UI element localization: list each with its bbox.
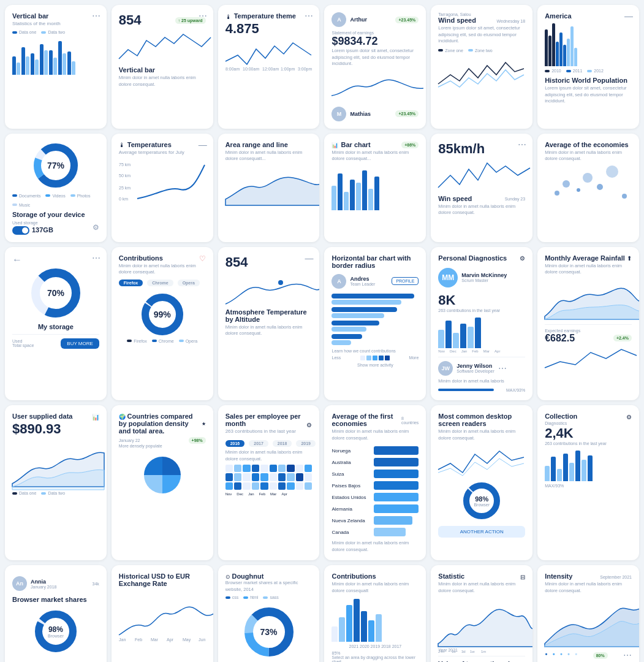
back-arrow[interactable]: ← (12, 254, 22, 265)
title-temperatures: Temperatures (127, 141, 172, 148)
title-sales: Sales per employee per month (225, 413, 307, 427)
title-area-range: Area range and line (225, 141, 313, 148)
buy-more-btn[interactable]: BUY MORE (61, 338, 99, 349)
sub-collection: 263 contributions in the last year (545, 441, 632, 446)
browser-tabs: Firefox Chrome Opera (119, 280, 206, 286)
menu-dots-stor2[interactable]: ⋯ (92, 253, 100, 263)
another-action-btn[interactable]: ANOTHER ACTION (438, 526, 525, 538)
legend-1: Data one Data two (12, 30, 99, 34)
chart-icon: 📊 (92, 414, 99, 420)
date-wind: Wednesday 18 (497, 19, 526, 23)
subtitle-temp: Average temperatures for July (119, 150, 206, 155)
year-2018[interactable]: 2018 (273, 440, 292, 447)
country-bars: Noruega Australia Suiza Países Bajos Est… (331, 446, 419, 536)
profile-btn-andres[interactable]: PROFILE (392, 277, 419, 285)
bar-chart-1 (12, 38, 99, 75)
dense-label: More densely populate (119, 444, 206, 448)
svg-point-12 (555, 191, 559, 196)
svg-point-17 (606, 166, 618, 178)
donut-pct-main: 73% (260, 627, 278, 637)
settings-icon-sales[interactable]: ⚙ (306, 422, 312, 428)
desc-intensity: Minim dolor in amet nulla laboris enim d… (545, 581, 632, 594)
card-collection: Collection ⚙ Diagnostics 2,4K 263 contri… (537, 405, 639, 560)
desc-statistic: Minim dolor in amet nulla laboris enim d… (438, 581, 525, 594)
menu-jenny[interactable]: ⋯ (498, 363, 507, 373)
share-icon[interactable]: ⬆ (627, 255, 632, 262)
sub-diag: 263 contributions in the last year (438, 308, 525, 313)
tab-chrome[interactable]: Chrome (147, 280, 173, 286)
desc-avg-first-2: Minim dolor in amet nulla laboris enim d… (331, 540, 419, 553)
used-label: Used storage (12, 221, 53, 225)
desc-wind: Lorem ipsum dolor sit amet, consectetur … (438, 25, 525, 45)
card-user-data: User supplied data 📊 $890.93 Data one Da… (5, 405, 107, 560)
card-sales: Sales per employee per month 263 contrib… (218, 405, 320, 560)
scatter-chart (545, 162, 632, 205)
avatar-arthur: A (331, 12, 346, 27)
desc-avg-econ: Minim dolor in amet nulla laboris enim d… (545, 150, 632, 162)
card-win-speed: 85km/h ⋯ Win speed Sunday 23 Minim dolor… (431, 134, 532, 242)
donut-pct: 77% (47, 161, 64, 170)
settings-icon-col[interactable]: ⚙ (626, 414, 632, 420)
title-browser-shares: Browser market shares (12, 596, 99, 603)
title-historic: Historic World Population (545, 77, 632, 84)
number-atmosphere: 854 (225, 254, 248, 270)
menu-intensity[interactable]: ⋯ (623, 650, 632, 660)
value-earnings: $9834.72 (331, 35, 419, 48)
menu-dots-1[interactable]: ⋯ (92, 11, 100, 21)
storage-toggle[interactable] (12, 226, 29, 235)
total-label: Total space (12, 343, 34, 348)
name-jenny: Jenny Wilson (456, 363, 494, 369)
menu-dots-win[interactable]: ⋯ (518, 140, 526, 150)
storage-value: 137GB (32, 226, 53, 234)
filter-icon[interactable]: ⊟ (520, 574, 525, 580)
badge-bar: +86% (401, 142, 419, 148)
menu-dots-3[interactable]: ⋯ (305, 11, 313, 21)
menu-dots-america[interactable]: — (624, 11, 633, 21)
settings-icon-diag[interactable]: ⚙ (520, 255, 525, 262)
desc-bar: Minim dolor in amet nulla laboris enim d… (331, 150, 419, 162)
svg-text:1m: 1m (481, 650, 486, 653)
menu-dots-temp2[interactable]: — (199, 140, 207, 150)
tab-firefox[interactable]: Firefox (119, 280, 143, 286)
percent-label: 85% (331, 651, 419, 655)
storage-legend: Documents Videos Photos Music (12, 194, 99, 207)
name-marvin: Marvin McKinney (461, 272, 507, 278)
settings-icon[interactable]: ⚙ (93, 223, 99, 232)
sparkline-2 (119, 28, 206, 65)
desc-historic: Lorem ipsum dolor sit amet, consectetur … (545, 85, 632, 105)
svg-point-14 (577, 188, 580, 192)
menu-dots-atm[interactable]: — (305, 253, 313, 263)
menu-dots-2[interactable]: ⋯ (199, 11, 207, 21)
year-2016[interactable]: 2016 (225, 440, 245, 447)
heart-icon[interactable]: ♡ (199, 254, 206, 263)
title-storage: Storage of your device (12, 211, 99, 218)
title-historical: Historical USD to EUR Exchange Rate (119, 573, 206, 587)
card-countries-compared: 🌍 Countries compared by population densi… (112, 405, 213, 560)
area-intensity (545, 598, 632, 647)
show-more[interactable]: Show more activity (331, 363, 419, 367)
card-vertical-bar-1: Vertical bar Statistics of the month ⋯ D… (5, 5, 107, 129)
sparkline-wind (438, 56, 525, 93)
badge-arthur: +23.45% (395, 17, 419, 23)
card-my-storage-2: ← ⋯ 70% My storage Used Total space BUY … (5, 247, 107, 401)
card-monthly-rainfall: Monthly Average Rainfall ⬆ Minim dolor i… (537, 247, 639, 401)
year-2019[interactable]: 2019 (296, 440, 316, 447)
year-2017[interactable]: 2017 (249, 440, 268, 447)
donut-pct-contrib: 99% (154, 310, 171, 319)
title-contributions-1: Contributions (119, 254, 163, 262)
card-statistic: Statistic ⊟ Minim dolor in amet nulla la… (431, 565, 532, 662)
followers-annia: 34k (93, 582, 99, 586)
card-avg-first: Average of the first economies 8 countri… (324, 405, 426, 560)
svg-text:0 km: 0 km (119, 197, 128, 201)
svg-point-23 (278, 280, 283, 285)
star-icon[interactable]: ★ (202, 421, 206, 427)
donut-pct-2: 70% (47, 288, 64, 298)
card-historical-usd: Historical USD to EUR Exchange Rate Jan … (112, 565, 213, 662)
card-bar-chart: 📊 Bar chart +86% Minim dolor in amet nul… (324, 134, 426, 242)
title-collection: Collection (545, 413, 577, 420)
title-temperature: Temperature theme (234, 12, 296, 20)
tab-opera[interactable]: Opera (178, 280, 200, 286)
value-diag: 8K (438, 292, 525, 308)
year-axis: 2021 2020 2019 2018 2017 (331, 644, 419, 649)
line-atmosphere (225, 270, 313, 307)
